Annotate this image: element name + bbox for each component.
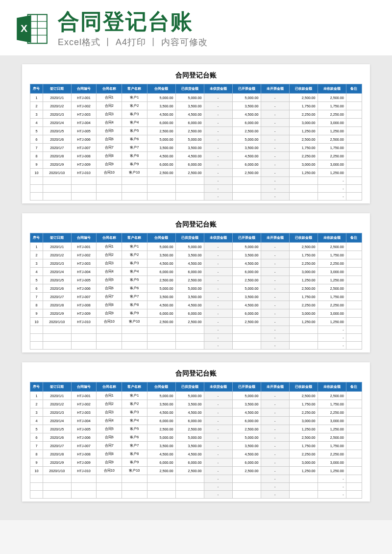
column-header: 未收款金额 [318, 233, 346, 243]
table-cell: 9 [30, 458, 43, 467]
table-cell: - [204, 400, 232, 408]
table-cell: 6,000.00 [232, 309, 261, 318]
table-cell: - [261, 301, 289, 309]
table-cell [43, 185, 71, 193]
table-row: 62020/1/6HTJ-006合同6客户65,000.005,000.00-5… [30, 433, 362, 442]
table-cell: 2020/1/8 [43, 450, 71, 458]
table-cell: 合同4 [97, 268, 122, 276]
table-cell: - [261, 102, 289, 110]
column-header: 签订日期 [43, 382, 71, 392]
excel-icon: X [15, 12, 49, 46]
table-cell [43, 475, 71, 483]
table-cell: 5,000.00 [232, 94, 261, 102]
table-cell [147, 491, 175, 499]
table-cell: 9 [30, 160, 43, 169]
sheet-preview-3: 合同登记台账序号签订日期合同编号合同名称客户名称合同金额已供货金额未供货金额已开… [22, 362, 370, 502]
table-cell: HTJ-006 [71, 135, 97, 144]
table-row: 52020/1/5HTJ-005合同5客户52,500.002,500.00-2… [30, 127, 362, 135]
table-cell: 1,250.00 [289, 169, 318, 177]
column-header: 客户名称 [122, 382, 147, 392]
table-cell: 3,000.00 [289, 458, 318, 467]
column-header: 未供货金额 [204, 233, 232, 243]
table-cell: 1,750.00 [318, 251, 346, 259]
table-cell: 6,000.00 [147, 417, 175, 425]
table-cell: 2,500.00 [147, 467, 175, 475]
table-cell: 6,000.00 [175, 119, 204, 127]
table-cell [43, 334, 71, 342]
table-cell: 5,000.00 [147, 284, 175, 293]
table-cell: 4,500.00 [147, 301, 175, 309]
table-cell [122, 193, 147, 201]
table-cell: 10 [30, 467, 43, 475]
table-cell [97, 177, 122, 185]
table-cell: HTJ-004 [71, 417, 97, 425]
table-cell: 6,000.00 [232, 160, 261, 169]
table-cell [30, 185, 43, 193]
table-cell: - [261, 326, 289, 334]
column-header: 合同名称 [97, 382, 122, 392]
table-cell [122, 334, 147, 342]
table-cell: - [261, 425, 289, 433]
table-cell: - [204, 450, 232, 458]
table-cell: 1,250.00 [318, 276, 346, 284]
table-cell: 3,500.00 [147, 442, 175, 450]
table-cell: 4,500.00 [147, 152, 175, 160]
table-cell: 6,000.00 [147, 458, 175, 467]
column-header: 客户名称 [122, 84, 147, 94]
table-cell: 4,500.00 [175, 408, 204, 417]
table-cell [97, 193, 122, 201]
table-cell: 2020/1/5 [43, 276, 71, 284]
sheet-preview-1: 合同登记台账序号签订日期合同编号合同名称客户名称合同金额已供货金额未供货金额已开… [22, 64, 370, 203]
table-cell [97, 326, 122, 334]
table-cell: 2,500.00 [147, 276, 175, 284]
table-row-empty: --- [30, 334, 362, 342]
table-cell: 2,500.00 [232, 318, 261, 326]
table-cell: - [204, 193, 232, 201]
table-cell: - [261, 400, 289, 408]
table-cell: 10 [30, 318, 43, 326]
table-cell: HTJ-010 [71, 169, 97, 177]
table-cell: - [204, 268, 232, 276]
table-cell: 客户7 [122, 144, 147, 152]
table-cell: 2,500.00 [175, 318, 204, 326]
table-cell: 客户6 [122, 135, 147, 144]
table-cell: 2,250.00 [289, 152, 318, 160]
table-cell: 1 [30, 243, 43, 251]
table-cell: 合同3 [97, 408, 122, 417]
table-cell: 2,500.00 [318, 392, 346, 400]
table-cell [232, 185, 261, 193]
table-cell: - [261, 119, 289, 127]
table-cell: - [261, 334, 289, 342]
table-cell: 8 [30, 301, 43, 309]
table-cell: 3,500.00 [175, 251, 204, 259]
column-header: 备注 [346, 84, 362, 94]
table-cell: 4 [30, 268, 43, 276]
table-cell [71, 475, 97, 483]
table-cell: - [204, 309, 232, 318]
table-cell: 4 [30, 417, 43, 425]
table-cell: 客户4 [122, 119, 147, 127]
table-cell: 2,500.00 [289, 243, 318, 251]
table-cell [43, 491, 71, 499]
page-header: X 合同登记台账 Excel格式 丨 A4打印 丨 内容可修改 [0, 0, 392, 55]
table-cell: 5,000.00 [147, 392, 175, 400]
sub-title: Excel格式 丨 A4打印 丨 内容可修改 [58, 36, 377, 48]
table-cell [30, 491, 43, 499]
table-cell: - [318, 334, 346, 342]
column-header: 未收款金额 [318, 84, 346, 94]
table-cell: - [318, 177, 346, 185]
table-cell [346, 417, 362, 425]
table-cell: 合同6 [97, 433, 122, 442]
table-cell: - [261, 169, 289, 177]
table-cell: 6 [30, 433, 43, 442]
table-cell: - [261, 110, 289, 119]
table-cell [346, 119, 362, 127]
table-cell: 1,750.00 [318, 102, 346, 110]
table-cell: 1,250.00 [318, 127, 346, 135]
table-cell: 合同9 [97, 458, 122, 467]
table-cell: HTJ-001 [71, 243, 97, 251]
table-cell: - [261, 185, 289, 193]
table-cell: 2,250.00 [318, 110, 346, 119]
table-cell [289, 185, 318, 193]
table-cell: 2020/1/10 [43, 169, 71, 177]
